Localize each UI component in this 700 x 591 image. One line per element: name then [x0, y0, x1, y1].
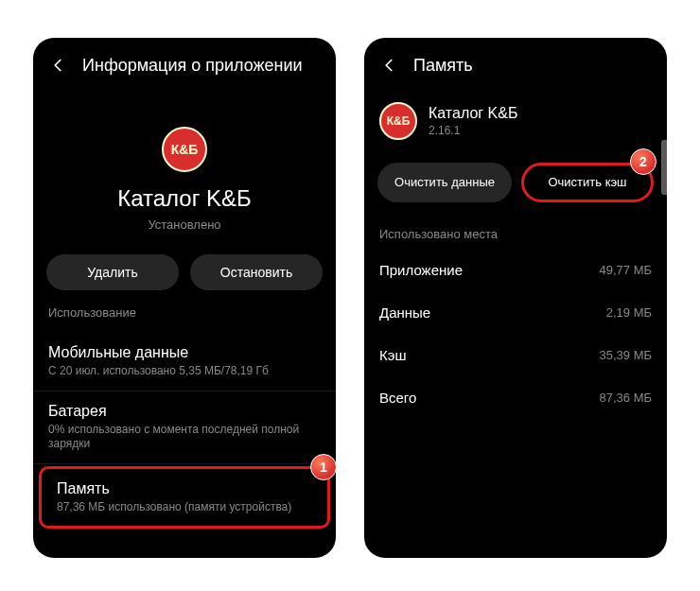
stat-label: Кэш	[379, 347, 406, 363]
step-badge-1: 1	[310, 454, 336, 480]
stat-label: Приложение	[379, 262, 463, 278]
header: Память	[364, 38, 667, 89]
stop-button[interactable]: Остановить	[190, 254, 323, 290]
storage-section-label: Использовано места	[364, 212, 667, 249]
app-icon: К&Б	[162, 127, 207, 172]
battery-item[interactable]: Батарея 0% использовано с момента послед…	[33, 391, 336, 464]
back-icon[interactable]	[48, 55, 69, 76]
app-meta: Каталог K&Б 2.16.1	[429, 105, 517, 137]
phone-left: Информация о приложении К&Б Каталог K&Б …	[33, 38, 336, 558]
mobile-data-item[interactable]: Мобильные данные С 20 июл. использовано …	[33, 333, 336, 391]
usage-section-label: Использование	[33, 290, 336, 327]
clear-buttons: Очистить данные 2 Очистить кэш	[364, 146, 667, 212]
stat-value: 35,39 МБ	[599, 348, 652, 362]
item-title: Мобильные данные	[48, 344, 321, 361]
app-summary: К&Б Каталог K&Б Установлено	[33, 127, 336, 232]
header: Информация о приложении	[33, 38, 336, 89]
stat-value: 2,19 МБ	[606, 305, 652, 320]
clear-cache-highlight: 2 Очистить кэш	[521, 163, 654, 202]
app-name: Каталог K&Б	[429, 105, 517, 122]
stat-app: Приложение 49,77 МБ	[364, 249, 667, 291]
back-icon[interactable]	[379, 55, 400, 76]
item-title: Батарея	[48, 403, 321, 420]
clear-cache-button[interactable]: Очистить кэш	[526, 167, 649, 198]
stat-value: 49,77 МБ	[599, 263, 652, 277]
memory-item[interactable]: Память 87,36 МБ использовано (памяти уст…	[42, 469, 327, 527]
app-version: 2.16.1	[429, 124, 517, 137]
stat-total: Всего 87,36 МБ	[364, 376, 667, 419]
delete-button[interactable]: Удалить	[46, 254, 179, 290]
memory-item-highlight: 1 Память 87,36 МБ использовано (памяти у…	[39, 466, 330, 530]
stat-data: Данные 2,19 МБ	[364, 291, 667, 334]
stat-cache: Кэш 35,39 МБ	[364, 334, 667, 376]
app-name: Каталог K&Б	[117, 185, 252, 212]
edge-handle-icon[interactable]	[661, 140, 667, 195]
stat-label: Всего	[379, 390, 416, 406]
stat-label: Данные	[379, 304, 430, 321]
step-badge-2: 2	[630, 148, 656, 175]
page-title: Информация о приложении	[82, 56, 303, 76]
app-row: К&Б Каталог K&Б 2.16.1	[364, 89, 667, 146]
clear-data-button[interactable]: Очистить данные	[377, 163, 512, 202]
app-icon: К&Б	[379, 102, 417, 140]
page-title: Память	[413, 56, 473, 76]
item-subtitle: 87,36 МБ использовано (памяти устройства…	[57, 500, 312, 515]
item-subtitle: С 20 июл. использовано 5,35 МБ/78,19 Гб	[48, 364, 321, 379]
install-status: Установлено	[148, 217, 220, 232]
stat-value: 87,36 МБ	[599, 391, 652, 405]
item-title: Память	[57, 480, 312, 497]
item-subtitle: 0% использовано с момента последней полн…	[48, 423, 321, 452]
phone-right: Память К&Б Каталог K&Б 2.16.1 Очистить д…	[364, 38, 667, 558]
action-buttons: Удалить Остановить	[33, 254, 336, 290]
